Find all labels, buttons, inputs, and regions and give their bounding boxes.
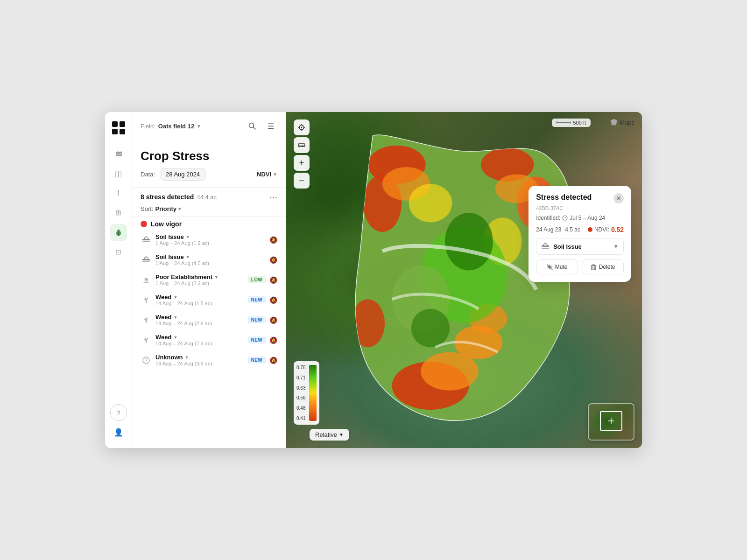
svg-point-43 xyxy=(563,216,567,220)
popup-stats-row: 24 Aug 23 4.5 ac NDVI: 0.52 xyxy=(536,226,624,233)
sort-row: Sort: Priority ▼ xyxy=(132,204,286,216)
ruler-button[interactable] xyxy=(294,137,310,153)
mute-icon-weed-1[interactable]: 🔕 xyxy=(269,296,277,304)
svg-point-23 xyxy=(409,184,452,222)
mini-map-inner xyxy=(589,404,634,440)
zoom-out-button[interactable]: − xyxy=(294,173,310,189)
mini-map[interactable] xyxy=(588,403,634,441)
stress-item-poor-est[interactable]: Poor Establishment ▼ 1 Aug – 24 Aug (2.2… xyxy=(132,270,286,290)
more-options-button[interactable]: ··· xyxy=(269,192,277,202)
svg-rect-2 xyxy=(112,129,118,134)
ndvi-selector[interactable]: NDVI ▼ xyxy=(257,171,277,178)
mute-icon-soil-1[interactable]: 🔕 xyxy=(269,236,277,244)
nav-icon-user[interactable]: 👤 xyxy=(110,424,127,441)
map-area[interactable]: + − 500 ft Maps 0.78 0.71 xyxy=(286,112,642,448)
stress-info-unknown: Unknown ▼ 14 Aug – 24 Aug (3.9 ac) xyxy=(155,354,244,366)
stress-popup: Stress detected ✕ 42BB-37AC Identified: … xyxy=(529,186,631,282)
badge-low-poor-est: LOW xyxy=(248,276,266,283)
mute-icon-weed-3[interactable]: 🔕 xyxy=(269,336,277,344)
popup-ndvi-label: NDVI: xyxy=(594,226,609,233)
nav-icon-reports[interactable]: ⊡ xyxy=(110,244,127,260)
chevron-down-icon-poor-est: ▼ xyxy=(214,275,218,280)
chevron-down-icon-sort: ▼ xyxy=(177,206,182,211)
field-name[interactable]: Oats field 12 ▼ xyxy=(158,123,201,130)
svg-rect-6 xyxy=(142,239,150,240)
soil-issue-icon-2 xyxy=(141,254,152,266)
stress-item-weed-1[interactable]: Weed ▼ 14 Aug – 24 Aug (1.5 ac) NEW 🔕 xyxy=(132,290,286,310)
stress-item-unknown[interactable]: ? Unknown ▼ 14 Aug – 24 Aug (3.9 ac) NEW… xyxy=(132,350,286,370)
nav-icon-layers[interactable]: ≋ xyxy=(110,146,127,162)
unknown-icon: ? xyxy=(141,355,152,366)
maps-logo: Maps xyxy=(610,119,634,126)
stress-count: 8 stress detected xyxy=(141,193,194,201)
date-picker[interactable]: 28 Aug 2024 xyxy=(160,168,206,181)
stress-date-unknown: 14 Aug – 24 Aug (3.9 ac) xyxy=(155,361,244,366)
stress-item-soil-1[interactable]: Soil Issue ▼ 1 Aug – 24 Aug (1.9 ac) 🔕 xyxy=(132,230,286,250)
popup-type-selector[interactable]: Soil Issue ▼ xyxy=(536,238,624,255)
svg-point-30 xyxy=(301,127,303,128)
popup-close-button[interactable]: ✕ xyxy=(613,193,624,203)
stress-item-weed-2[interactable]: Weed ▼ 14 Aug – 24 Aug (2.6 ac) NEW 🔕 xyxy=(132,310,286,330)
nav-icon-help[interactable]: ? xyxy=(110,404,127,421)
data-row: Data: 28 Aug 2024 NDVI ▼ xyxy=(132,168,286,188)
menu-icon[interactable]: ☰ xyxy=(264,119,277,133)
svg-rect-0 xyxy=(112,121,118,127)
stress-item-weed-3[interactable]: Weed ▼ 14 Aug – 24 Aug (7.4 ac) NEW 🔕 xyxy=(132,330,286,350)
mute-icon-poor-est[interactable]: 🔕 xyxy=(269,276,277,284)
stress-date-weed-1: 14 Aug – 24 Aug (1.5 ac) xyxy=(155,301,244,306)
popup-identified: Identified: Jul 5 – Aug 24 xyxy=(536,215,624,221)
svg-rect-1 xyxy=(120,121,125,127)
chevron-down-icon-weed-3: ▼ xyxy=(173,335,177,340)
svg-rect-7 xyxy=(142,241,150,242)
chevron-down-icon-soil-1: ▼ xyxy=(186,235,190,239)
ndvi-legend: 0.78 0.71 0.63 0.56 0.48 0.41 xyxy=(294,361,319,425)
app-window: ≋ ◫ ⌇ ⊞ ⊡ ? 👤 Field: Oats field 12 ▼ xyxy=(105,112,642,448)
stress-area: 44.4 ac xyxy=(197,194,217,201)
mute-icon-weed-2[interactable]: 🔕 xyxy=(269,316,277,324)
nav-icon-fields[interactable]: ◫ xyxy=(110,165,127,182)
nav-icon-analytics[interactable]: ⌇ xyxy=(110,185,127,202)
delete-button[interactable]: Delete xyxy=(582,259,624,274)
relative-button[interactable]: Relative ▼ xyxy=(310,429,349,441)
weed-icon-1 xyxy=(141,294,152,306)
stress-name-soil-1: Soil Issue ▼ xyxy=(155,233,266,240)
ndvi-dot xyxy=(588,227,592,232)
popup-header: Stress detected ✕ xyxy=(536,193,624,203)
legend-row: 0.78 0.71 0.63 0.56 0.48 0.41 xyxy=(296,365,317,421)
sort-priority[interactable]: Priority ▼ xyxy=(155,205,182,212)
chevron-down-icon-weed-2: ▼ xyxy=(173,315,177,320)
popup-title: Stress detected xyxy=(536,193,592,202)
stress-date-poor-est: 1 Aug – 24 Aug (2.2 ac) xyxy=(155,280,244,286)
mute-icon-soil-2[interactable]: 🔕 xyxy=(269,256,277,264)
svg-point-27 xyxy=(445,213,493,271)
search-icon[interactable] xyxy=(246,119,259,133)
nav-icon-crop-stress[interactable] xyxy=(110,224,127,241)
app-logo[interactable] xyxy=(110,119,127,136)
stress-date-weed-3: 14 Aug – 24 Aug (7.4 ac) xyxy=(155,341,244,346)
zoom-in-button[interactable]: + xyxy=(294,155,310,171)
stress-date-soil-2: 1 Aug – 24 Aug (4.5 ac) xyxy=(155,260,266,266)
svg-rect-44 xyxy=(542,245,549,247)
nav-icon-zones[interactable]: ⊞ xyxy=(110,204,127,221)
popup-type-label: Soil Issue xyxy=(553,243,609,250)
svg-point-21 xyxy=(421,352,479,390)
chevron-down-icon-ndvi: ▼ xyxy=(273,172,277,177)
sidebar: Field: Oats field 12 ▼ ☰ Crop Stress Dat… xyxy=(132,112,286,448)
locate-button[interactable] xyxy=(294,119,310,135)
svg-rect-45 xyxy=(542,248,549,249)
chevron-down-icon-unknown: ▼ xyxy=(185,355,189,360)
popup-ndvi-value: 0.52 xyxy=(611,226,624,233)
soil-issue-icon-1 xyxy=(141,234,152,245)
stress-info-weed-3: Weed ▼ 14 Aug – 24 Aug (7.4 ac) xyxy=(155,334,244,346)
stress-date-soil-1: 1 Aug – 24 Aug (1.9 ac) xyxy=(155,240,266,246)
weed-icon-3 xyxy=(141,335,152,346)
mute-icon-unknown[interactable]: 🔕 xyxy=(269,357,277,364)
stress-item-soil-2[interactable]: Soil Issue ▼ 1 Aug – 24 Aug (4.5 ac) 🔕 xyxy=(132,250,286,270)
page-title: Crop Stress xyxy=(132,142,286,168)
stress-name-poor-est: Poor Establishment ▼ xyxy=(155,273,244,280)
mute-button[interactable]: Mute xyxy=(536,259,578,274)
badge-new-weed-3: NEW xyxy=(248,336,266,343)
svg-rect-9 xyxy=(142,261,150,262)
stress-info-weed-1: Weed ▼ 14 Aug – 24 Aug (1.5 ac) xyxy=(155,294,244,306)
chevron-down-icon: ▼ xyxy=(197,124,201,129)
